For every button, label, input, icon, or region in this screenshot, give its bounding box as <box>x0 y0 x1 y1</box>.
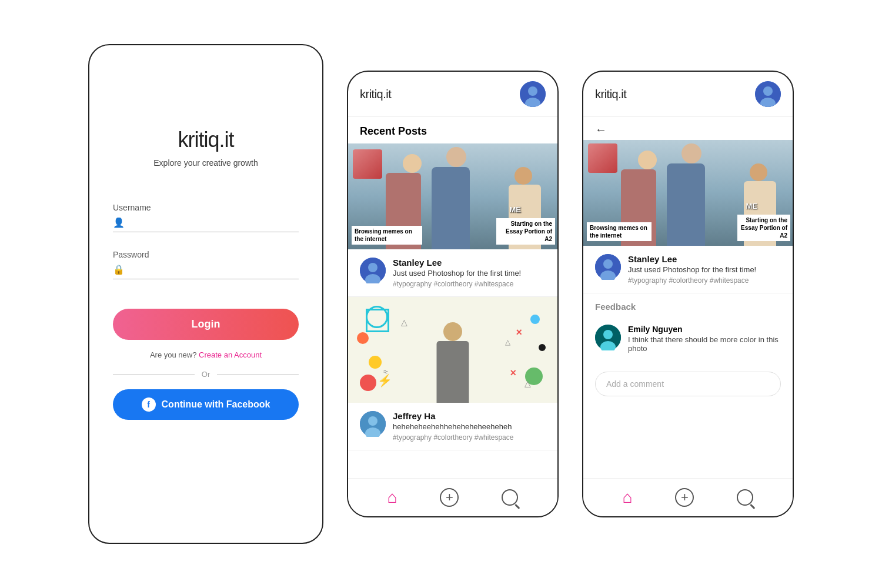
post-1-info: Stanley Lee Just used Photoshop for the … <box>393 258 521 288</box>
detail-header: kritiq.it <box>583 72 793 117</box>
login-screen: kritiq.it Explore your creative growth U… <box>88 44 323 544</box>
create-account-link[interactable]: Create an Account <box>199 350 262 359</box>
comment-placeholder: Add a comment <box>606 379 664 389</box>
feedback-title: Feedback <box>595 302 781 312</box>
feed-screen: kritiq.it Recent Posts ME Browsing <box>347 71 559 517</box>
feedback-item-1: Emily Nguyen I think that there should b… <box>595 319 781 359</box>
login-form: Username 👤 Password 🔒 Login Are you new?… <box>113 203 299 420</box>
post-2-image: × × △ △ △ ⚡ ≈ <box>348 297 557 403</box>
detail-user-avatar[interactable] <box>755 81 781 107</box>
post-1-text: Just used Photoshop for the first time! <box>393 269 521 278</box>
triangle-3: △ <box>505 338 510 346</box>
home-nav-icon[interactable]: ⌂ <box>387 488 397 507</box>
shape-3 <box>357 332 369 344</box>
detail-post-card: Stanley Lee Just used Photoshop for the … <box>583 246 793 293</box>
svg-point-4 <box>368 263 377 272</box>
detail-post-image: ME Browsing memes on the internet Starti… <box>583 140 793 246</box>
feedback-avatar-1 <box>595 325 621 350</box>
triangle-2: △ <box>524 379 531 388</box>
detail-post-avatar-image <box>595 254 621 280</box>
detail-post-info: Stanley Lee Just used Photoshop for the … <box>628 254 756 285</box>
detail-logo: kritiq.it <box>595 88 626 101</box>
back-button[interactable]: ← <box>583 117 793 140</box>
password-input[interactable] <box>129 265 299 275</box>
meme-me-label: ME <box>510 205 522 214</box>
x-mark-1: × <box>516 326 522 339</box>
post-2-card: Jeffrey Ha heheheheehehheheheheheeheheh … <box>348 403 557 450</box>
detail-bottom-nav: ⌂ + <box>583 478 793 516</box>
detail-browsing-label: Browsing memes on the internet <box>587 222 652 241</box>
shape-4 <box>369 356 382 369</box>
user-avatar[interactable] <box>520 81 546 107</box>
search-nav-button[interactable] <box>502 489 518 506</box>
d-head-1 <box>638 151 657 169</box>
post-2-info: Jeffrey Ha heheheheehehheheheheheeheheh … <box>393 411 513 442</box>
avatar-image <box>520 81 546 107</box>
feed-header: kritiq.it <box>348 72 557 117</box>
detail-starting-label: Starting on the Essay Portion of A2 <box>737 215 790 241</box>
post-2-tags: #typography #colortheory #whitespace <box>393 433 513 442</box>
detail-avatar-image <box>755 81 781 107</box>
shape-5 <box>360 375 376 391</box>
login-button[interactable]: Login <box>113 309 299 340</box>
detail-screen: kritiq.it ← ME Browsing memes on the int… <box>582 71 794 517</box>
post-2-text: heheheheehehheheheheheeheheh <box>393 422 513 431</box>
facebook-button-label: Continue with Facebook <box>162 399 270 410</box>
svg-point-7 <box>368 416 377 426</box>
facebook-icon: f <box>142 397 156 412</box>
password-input-row: 🔒 <box>113 264 299 279</box>
detail-post-text: Just used Photoshop for the first time! <box>628 265 756 274</box>
feed-logo: kritiq.it <box>360 88 391 101</box>
feedback-author-1: Emily Nguyen <box>628 325 781 334</box>
svg-point-13 <box>603 259 613 269</box>
meme-sticker <box>353 149 382 179</box>
recent-posts-title: Recent Posts <box>348 117 557 143</box>
feedback-section: Feedback Emily Nguyen I think that there… <box>583 293 793 363</box>
person-body <box>437 341 469 403</box>
post-2-avatar-image <box>360 411 386 437</box>
post-2-avatar <box>360 411 386 437</box>
comment-box[interactable]: Add a comment <box>595 372 781 396</box>
password-field-group: Password 🔒 <box>113 250 299 279</box>
username-input-row: 👤 <box>113 217 299 232</box>
post-1-card: Stanley Lee Just used Photoshop for the … <box>348 249 557 297</box>
detail-home-nav-icon[interactable]: ⌂ <box>623 488 633 507</box>
app-tagline: Explore your creative growth <box>153 158 258 168</box>
signup-prompt: Are you new? <box>150 350 197 359</box>
feed-bottom-nav: ⌂ + <box>348 478 557 516</box>
post-1-avatar-image <box>360 258 386 283</box>
detail-content: ← ME Browsing memes on the internet Star… <box>583 117 793 478</box>
or-text: Or <box>202 370 210 379</box>
detail-post-tags: #typography #colortheory #whitespace <box>628 276 756 285</box>
username-input[interactable] <box>129 218 299 228</box>
detail-add-nav-button[interactable]: + <box>675 488 694 507</box>
post-1-author: Stanley Lee <box>393 258 521 268</box>
detail-me-label: ME <box>746 202 758 211</box>
post-2-author-row: Jeffrey Ha heheheheehehheheheheheeheheh … <box>360 411 546 442</box>
triangle-1: △ <box>401 318 407 327</box>
add-nav-button[interactable]: + <box>440 488 459 507</box>
user-icon: 👤 <box>113 217 125 228</box>
post-1-image: ME Browsing memes on the internet Starti… <box>348 143 557 249</box>
figure-2 <box>432 167 470 249</box>
head-1 <box>403 154 422 173</box>
facebook-login-button[interactable]: f Continue with Facebook <box>113 389 299 420</box>
lock-icon: 🔒 <box>113 264 125 275</box>
post-1-avatar <box>360 258 386 283</box>
meme-starting-label: Starting on the Essay Portion of A2 <box>496 218 555 245</box>
post-1-author-row: Stanley Lee Just used Photoshop for the … <box>360 258 546 288</box>
meme-browsing-label: Browsing memes on the internet <box>352 226 422 245</box>
svg-point-10 <box>763 86 773 96</box>
person-head <box>443 322 462 341</box>
detail-search-nav-button[interactable] <box>737 489 753 506</box>
post-2-author: Jeffrey Ha <box>393 411 513 421</box>
shape-2 <box>366 306 388 328</box>
detail-sticker <box>588 143 617 173</box>
d-figure-2 <box>667 163 705 246</box>
svg-point-16 <box>603 330 613 339</box>
feedback-avatar-image-1 <box>595 325 621 350</box>
x-mark-2: × <box>510 367 516 379</box>
password-label: Password <box>113 250 299 259</box>
detail-post-avatar <box>595 254 621 280</box>
feedback-text-1: I think that there should be more color … <box>628 335 781 353</box>
